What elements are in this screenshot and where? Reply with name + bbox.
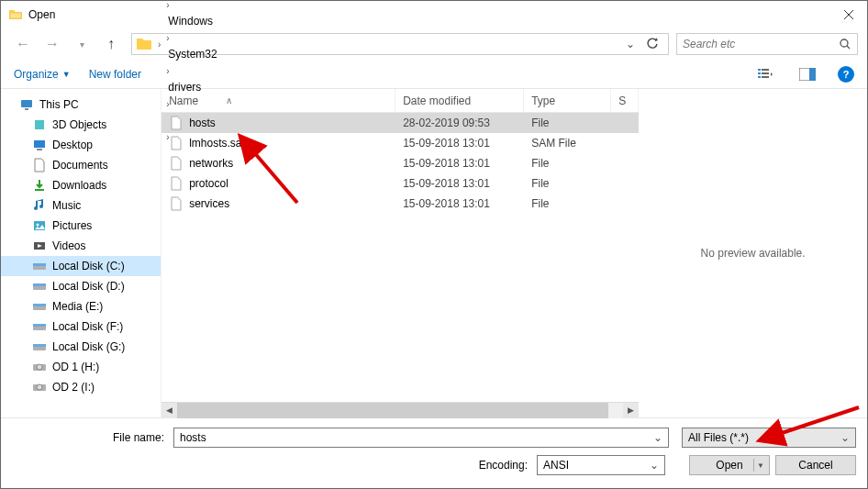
address-dropdown[interactable]: ⌄ <box>622 38 639 50</box>
file-type: File <box>524 197 611 210</box>
sidebar-label: This PC <box>39 98 79 111</box>
svg-rect-5 <box>758 76 761 78</box>
sidebar-item[interactable]: Downloads <box>1 175 161 195</box>
file-type: File <box>524 177 611 190</box>
sidebar-label: 3D Objects <box>52 118 106 131</box>
scroll-thumb[interactable] <box>177 403 608 418</box>
toolbar: Organize ▼ New folder ? <box>1 60 867 89</box>
file-date: 15-09-2018 13:01 <box>395 157 524 170</box>
sidebar-item[interactable]: Videos <box>1 236 161 256</box>
back-button[interactable]: ← <box>10 32 36 56</box>
objects-icon <box>32 117 47 132</box>
chevron-right-icon[interactable]: › <box>156 39 162 50</box>
sidebar-item[interactable]: OD 1 (H:) <box>1 357 161 377</box>
disk-icon <box>32 339 47 354</box>
file-date: 15-09-2018 13:01 <box>395 137 524 150</box>
cancel-button[interactable]: Cancel <box>775 455 856 475</box>
filter-value: All Files (*.*) <box>688 431 840 444</box>
sidebar-item[interactable]: 3D Objects <box>1 115 161 135</box>
svg-rect-9 <box>21 100 32 107</box>
encoding-combo[interactable]: ANSI ⌄ <box>537 455 665 475</box>
file-row[interactable]: services15-09-2018 13:01File <box>161 194 639 214</box>
sidebar-label: Downloads <box>52 179 106 192</box>
chevron-right-icon[interactable]: › <box>164 33 171 43</box>
close-button[interactable] <box>830 1 867 28</box>
sidebar: This PC 3D ObjectsDesktopDocumentsDownlo… <box>1 89 161 417</box>
downloads-icon <box>32 178 47 193</box>
sidebar-item[interactable]: Desktop <box>1 135 161 155</box>
window-title: Open <box>28 8 830 21</box>
chevron-right-icon[interactable]: › <box>164 66 171 76</box>
file-row[interactable]: networks15-09-2018 13:01File <box>161 153 639 173</box>
sidebar-label: Media (E:) <box>52 300 103 313</box>
forward-button[interactable]: → <box>39 32 65 56</box>
main-area: This PC 3D ObjectsDesktopDocumentsDownlo… <box>1 89 867 417</box>
sidebar-item[interactable]: OD 2 (I:) <box>1 377 161 397</box>
svg-rect-21 <box>33 283 46 286</box>
svg-rect-11 <box>35 120 44 129</box>
folder-icon <box>136 36 152 52</box>
new-folder-button[interactable]: New folder <box>89 68 141 81</box>
horizontal-scrollbar[interactable]: ◀ ▶ <box>161 402 639 417</box>
svg-rect-27 <box>33 344 46 347</box>
chevron-down-icon: ▼ <box>62 70 71 79</box>
help-button[interactable]: ? <box>838 66 854 83</box>
file-type-filter[interactable]: All Files (*.*) ⌄ <box>682 428 856 448</box>
scroll-track[interactable] <box>177 403 623 418</box>
filename-value[interactable]: hosts <box>180 431 653 444</box>
chevron-down-icon: ⌄ <box>840 431 850 444</box>
up-button[interactable]: ↑ <box>98 32 124 56</box>
sidebar-label: Local Disk (D:) <box>52 280 125 293</box>
sidebar-item[interactable]: Local Disk (G:) <box>1 337 161 357</box>
sort-indicator-icon: ∧ <box>226 95 232 106</box>
file-row[interactable]: protocol15-09-2018 13:01File <box>161 173 639 194</box>
file-type: File <box>524 157 611 170</box>
scroll-left-button[interactable]: ◀ <box>161 403 177 418</box>
videos-icon <box>32 239 47 253</box>
filename-combo[interactable]: hosts ⌄ <box>173 428 669 448</box>
view-button[interactable] <box>753 63 777 85</box>
breadcrumb-segment[interactable]: System32 <box>164 44 244 64</box>
disk-icon <box>32 279 47 294</box>
breadcrumb-segment[interactable]: Windows <box>164 11 244 31</box>
sidebar-label: OD 2 (I:) <box>52 381 95 394</box>
organize-menu[interactable]: Organize ▼ <box>14 68 71 81</box>
sidebar-item[interactable]: Local Disk (C:) <box>1 256 161 276</box>
preview-pane-button[interactable] <box>796 63 819 85</box>
column-name[interactable]: Name ∧ <box>161 89 395 112</box>
file-row[interactable]: lmhosts.sam15-09-2018 13:01SAM File <box>161 133 639 153</box>
svg-rect-19 <box>33 263 46 266</box>
sidebar-label: Videos <box>52 239 85 252</box>
svg-point-31 <box>37 384 42 390</box>
scroll-right-button[interactable]: ▶ <box>623 403 639 418</box>
sidebar-label: Local Disk (C:) <box>52 260 125 272</box>
open-button[interactable]: Open ▼ <box>689 455 770 475</box>
chevron-down-icon[interactable]: ⌄ <box>653 431 662 444</box>
refresh-button[interactable] <box>640 38 664 50</box>
search-input[interactable] <box>683 38 839 50</box>
column-type[interactable]: Type <box>524 89 611 112</box>
file-type: SAM File <box>524 137 611 150</box>
sidebar-item-this-pc[interactable]: This PC <box>1 94 161 115</box>
sidebar-item[interactable]: Music <box>1 195 161 216</box>
svg-rect-1 <box>758 69 761 71</box>
file-row[interactable]: hosts28-02-2019 09:53File <box>161 113 639 133</box>
sidebar-item[interactable]: Pictures <box>1 216 161 236</box>
chevron-right-icon[interactable]: › <box>164 0 171 10</box>
column-size[interactable]: S <box>611 89 639 112</box>
column-date[interactable]: Date modified <box>395 89 524 112</box>
title-bar: Open <box>1 1 867 28</box>
svg-rect-25 <box>33 324 46 327</box>
svg-rect-3 <box>758 72 761 74</box>
sidebar-item[interactable]: Media (E:) <box>1 296 161 317</box>
address-bar[interactable]: › This PC›Local Disk (C:)›Windows›System… <box>131 33 669 55</box>
filename-label: File name: <box>12 431 168 444</box>
sidebar-label: OD 1 (H:) <box>52 361 99 373</box>
recent-dropdown[interactable]: ▾ <box>69 32 95 56</box>
sidebar-label: Desktop <box>52 139 93 151</box>
sidebar-item[interactable]: Local Disk (D:) <box>1 276 161 296</box>
sidebar-item[interactable]: Documents <box>1 155 161 175</box>
search-box[interactable] <box>676 33 858 55</box>
file-list[interactable]: hosts28-02-2019 09:53Filelmhosts.sam15-0… <box>161 113 639 402</box>
sidebar-item[interactable]: Local Disk (F:) <box>1 317 161 337</box>
